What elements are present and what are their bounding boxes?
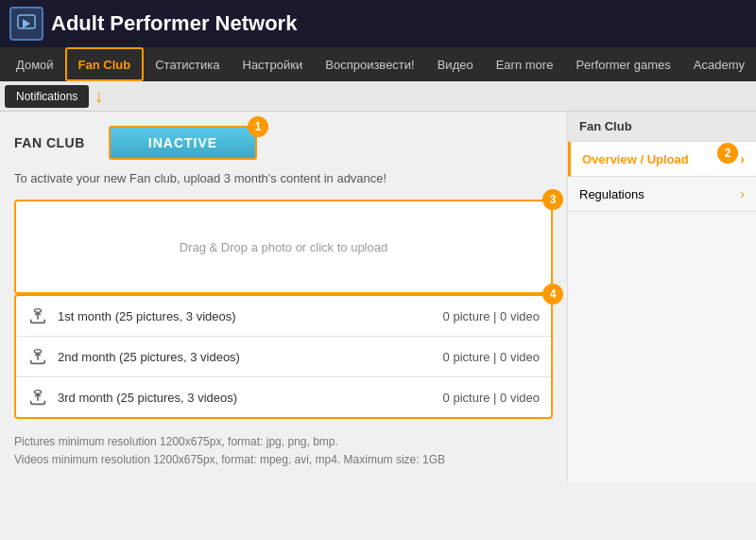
month-row-3[interactable]: 3rd month (25 pictures, 3 videos) 0 pict… xyxy=(16,377,551,417)
nav-earn[interactable]: Earn more xyxy=(485,47,565,81)
upload-dropzone[interactable]: Drag & Drop a photo or click to upload xyxy=(14,200,553,294)
upload-icon-1 xyxy=(27,305,48,326)
month-1-count: 0 picture | 0 video xyxy=(443,309,540,323)
sidebar: Fan Club Overview / Upload › Regulations… xyxy=(567,112,756,483)
nav-video[interactable]: Видео xyxy=(426,47,485,81)
month-3-count: 0 picture | 0 video xyxy=(443,391,540,405)
nav-fanclub[interactable]: Fan Club xyxy=(65,47,145,81)
sub-navbar: Notifications ↓ xyxy=(0,81,756,112)
month-row-2[interactable]: 2nd month (25 pictures, 3 videos) 0 pict… xyxy=(16,337,551,377)
app-logo: Adult Performer Network xyxy=(9,7,297,41)
sidebar-item-regulations[interactable]: Regulations › xyxy=(568,177,756,212)
app-title: Adult Performer Network xyxy=(51,11,297,36)
footer-pictures: Pictures minimum resolution 1200x675px, … xyxy=(14,433,553,451)
nav-games[interactable]: Performer games xyxy=(564,47,681,81)
badge-1: 1 xyxy=(248,116,268,137)
sidebar-overview-label: Overview / Upload xyxy=(582,152,689,166)
nav-academy[interactable]: Academy xyxy=(682,47,756,81)
svg-point-3 xyxy=(34,391,41,394)
badge-2: 2 xyxy=(717,143,738,164)
nav-play[interactable]: Воспроизвести! xyxy=(314,47,425,81)
fan-club-title: FAN CLUB xyxy=(14,135,85,150)
sidebar-regulations-label: Regulations xyxy=(579,187,644,201)
topbar: Adult Performer Network xyxy=(0,0,756,47)
badge-4: 4 xyxy=(542,284,563,305)
notifications-arrow-icon: ↓ xyxy=(94,85,103,107)
activation-text: To activate your new Fan club, upload 3 … xyxy=(14,171,553,185)
month-2-count: 0 picture | 0 video xyxy=(443,350,540,364)
nav-stats[interactable]: Статистика xyxy=(144,47,231,81)
status-button[interactable]: INACTIVE xyxy=(109,126,257,160)
month-1-label: 1st month (25 pictures, 3 videos) xyxy=(58,309,443,323)
month-3-label: 3rd month (25 pictures, 3 videos) xyxy=(58,391,443,405)
chevron-right-icon-regulations: › xyxy=(740,186,745,201)
notifications-btn[interactable]: Notifications xyxy=(5,85,89,108)
badge-3: 3 xyxy=(542,189,563,210)
upload-box-container: Drag & Drop a photo or click to upload 3 xyxy=(14,200,553,294)
month-row-1[interactable]: 1st month (25 pictures, 3 videos) 0 pict… xyxy=(16,296,551,337)
footer-videos: Videos minimum resolution 1200x675px, fo… xyxy=(14,451,553,469)
svg-point-2 xyxy=(34,350,41,354)
upload-icon-2 xyxy=(27,346,48,367)
footer-info: Pictures minimum resolution 1200x675px, … xyxy=(14,433,553,469)
navbar: Домой Fan Club Статистика Настройки Восп… xyxy=(0,47,756,81)
months-wrapper: 1st month (25 pictures, 3 videos) 0 pict… xyxy=(14,294,553,419)
upload-placeholder: Drag & Drop a photo or click to upload xyxy=(180,240,387,254)
fan-club-header: FAN CLUB INACTIVE 1 xyxy=(14,126,553,160)
nav-settings[interactable]: Настройки xyxy=(232,47,315,81)
status-btn-wrapper: INACTIVE 1 xyxy=(109,126,257,160)
main-content: FAN CLUB INACTIVE 1 To activate your new… xyxy=(0,112,567,483)
months-container: 1st month (25 pictures, 3 videos) 0 pict… xyxy=(14,294,553,419)
month-2-label: 2nd month (25 pictures, 3 videos) xyxy=(58,350,443,364)
nav-home[interactable]: Домой xyxy=(5,47,65,81)
main-layout: FAN CLUB INACTIVE 1 To activate your new… xyxy=(0,112,756,483)
logo-icon xyxy=(9,7,43,41)
sidebar-header: Fan Club xyxy=(568,112,756,142)
chevron-right-icon-overview: › xyxy=(740,151,745,166)
upload-icon-3 xyxy=(27,387,48,408)
svg-point-1 xyxy=(34,309,41,313)
